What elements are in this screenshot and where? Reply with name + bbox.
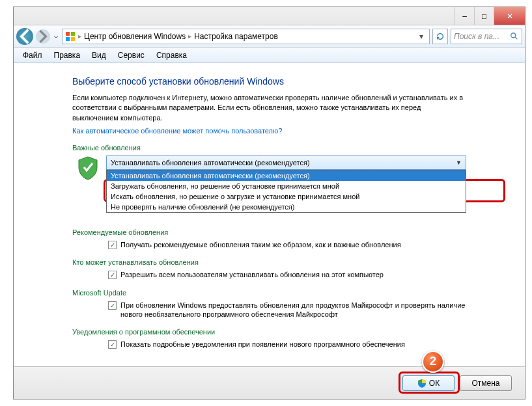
svg-line-5 [515, 36, 518, 39]
section-recommended: Рекомендуемые обновления [72, 228, 466, 236]
svg-rect-3 [71, 37, 75, 41]
section-important-updates: Важные обновления [72, 144, 466, 152]
section-software-notifications: Уведомления о программном обеспечении [72, 328, 466, 336]
menu-view[interactable]: Вид [87, 49, 111, 61]
search-input[interactable]: Поиск в па... [451, 29, 522, 44]
uac-shield-icon [417, 379, 427, 388]
section-microsoft-update: Microsoft Update [72, 289, 466, 297]
refresh-button[interactable] [432, 29, 448, 44]
dropdown-selected: Устанавливать обновления автоматически (… [111, 159, 310, 167]
titlebar: – □ ✕ [14, 7, 525, 25]
search-icon [510, 32, 519, 41]
breadcrumb-item[interactable]: Настройка параметров [194, 32, 278, 41]
cancel-label: Отмена [471, 379, 499, 388]
shield-icon [77, 156, 98, 180]
breadcrumb-sep-icon: ▸ [188, 33, 191, 40]
maximize-button[interactable]: □ [474, 7, 494, 25]
menu-file[interactable]: Файл [18, 49, 48, 61]
breadcrumb-sep-icon: ▸ [78, 33, 81, 40]
dropdown-option[interactable]: Устанавливать обновления автоматически (… [107, 170, 466, 181]
minimize-button[interactable]: – [455, 7, 474, 25]
footer-bar: ОК Отмена 2 [14, 366, 525, 399]
update-mode-dropdown[interactable]: Устанавливать обновления автоматически (… [106, 156, 466, 170]
menu-edit[interactable]: Правка [49, 49, 86, 61]
forward-button[interactable] [36, 29, 50, 44]
checkbox-label: Получать рекомендуемые обновления таким … [120, 240, 401, 249]
checkbox-allow-all-users[interactable]: ✓ [108, 271, 117, 279]
windows-update-icon [65, 31, 76, 42]
svg-point-4 [511, 33, 516, 37]
window-frame: – □ ✕ ▸ Центр обновления Windows ▸ Настр… [13, 7, 525, 399]
history-dropdown-icon[interactable] [53, 33, 59, 40]
search-placeholder: Поиск в па... [454, 32, 499, 41]
breadcrumb-item[interactable]: Центр обновления Windows [84, 32, 186, 41]
menu-bar: Файл Правка Вид Сервис Справка [14, 47, 525, 63]
breadcrumb-dropdown-icon[interactable]: ▾ [416, 32, 427, 41]
checkbox-label: При обновлении Windows предоставлять обн… [120, 301, 466, 319]
checkbox-label: Разрешить всем пользователям устанавлива… [120, 270, 384, 279]
dropdown-list: Устанавливать обновления автоматически (… [106, 170, 466, 213]
section-who-can-install: Кто может устанавливать обновления [72, 258, 466, 266]
menu-tools[interactable]: Сервис [113, 49, 150, 61]
checkbox-label: Показать подробные уведомления при появл… [120, 340, 405, 349]
svg-rect-0 [66, 32, 70, 36]
cancel-button[interactable]: Отмена [460, 375, 512, 391]
content-area: Выберите способ установки обновлений Win… [14, 63, 525, 366]
close-button[interactable]: ✕ [494, 7, 525, 25]
svg-rect-1 [71, 32, 75, 36]
annotation-badge-2: 2 [422, 351, 444, 373]
checkbox-recommended[interactable]: ✓ [108, 241, 117, 249]
ok-label: ОК [429, 379, 440, 388]
navigation-bar: ▸ Центр обновления Windows ▸ Настройка п… [14, 25, 525, 47]
checkbox-microsoft-update[interactable]: ✓ [108, 301, 117, 310]
dropdown-option[interactable]: Не проверять наличие обновлений (не реко… [107, 202, 466, 212]
help-link[interactable]: Как автоматическое обновление может помо… [72, 127, 466, 135]
svg-rect-2 [66, 37, 70, 41]
chevron-down-icon: ▼ [456, 159, 462, 166]
ok-button[interactable]: ОК [402, 375, 455, 391]
page-title: Выберите способ установки обновлений Win… [72, 76, 466, 87]
breadcrumb[interactable]: ▸ Центр обновления Windows ▸ Настройка п… [62, 29, 430, 44]
dropdown-option[interactable]: Искать обновления, но решение о загрузке… [107, 191, 466, 202]
page-description: Если компьютер подключен к Интернету, мо… [72, 93, 466, 123]
checkbox-software-notify[interactable]: ✓ [108, 340, 117, 349]
dropdown-option[interactable]: Загружать обновления, но решение об уста… [107, 181, 466, 191]
menu-help[interactable]: Справка [151, 49, 192, 61]
back-button[interactable] [16, 28, 33, 45]
